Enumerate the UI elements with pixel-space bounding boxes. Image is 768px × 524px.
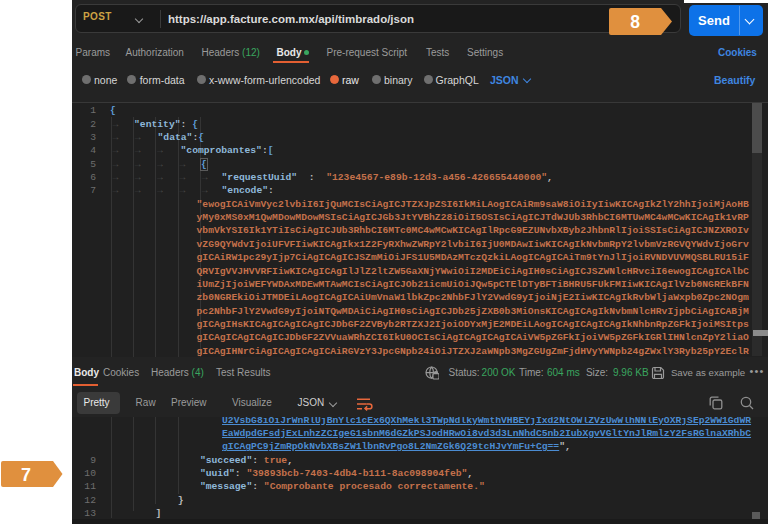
svg-text:8: 8 <box>630 12 640 32</box>
svg-text:7: 7 <box>21 465 31 485</box>
